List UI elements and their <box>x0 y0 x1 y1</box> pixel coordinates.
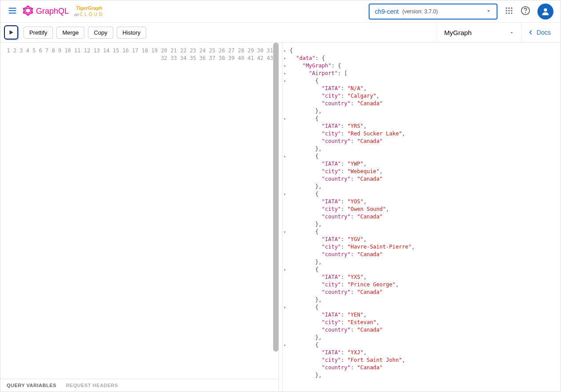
svg-point-9 <box>506 10 507 11</box>
svg-point-16 <box>525 12 526 13</box>
connection-version: (version: 3.7.0) <box>402 8 438 15</box>
merge-button[interactable]: Merge <box>56 27 84 39</box>
svg-point-13 <box>508 12 509 14</box>
history-button[interactable]: History <box>117 27 146 39</box>
toolbar: Prettify Merge Copy History MyGraph Docs <box>0 23 561 42</box>
caret-down-icon <box>509 29 514 36</box>
connection-name: ch9-cent <box>375 8 399 15</box>
svg-point-0 <box>27 5 28 7</box>
svg-point-11 <box>511 10 512 11</box>
svg-point-10 <box>508 10 509 11</box>
on-label: on <box>74 12 79 17</box>
svg-point-1 <box>32 8 33 9</box>
tab-query-variables[interactable]: QUERY VARIABLES <box>7 383 56 388</box>
svg-point-14 <box>511 12 512 14</box>
help-icon[interactable] <box>521 6 530 17</box>
svg-point-12 <box>506 12 507 14</box>
svg-point-2 <box>32 12 33 13</box>
user-avatar[interactable] <box>537 4 553 20</box>
tab-request-headers[interactable]: REQUEST HEADERS <box>66 383 118 388</box>
svg-point-17 <box>544 8 547 11</box>
cloud-label: CLOUD <box>80 12 104 17</box>
prettify-button[interactable]: Prettify <box>24 27 53 39</box>
vertical-scrollbar[interactable] <box>273 43 279 379</box>
svg-point-3 <box>27 14 28 16</box>
connection-selector[interactable]: ch9-cent (version: 3.7.0) <box>369 4 497 20</box>
docs-button[interactable]: Docs <box>521 23 557 42</box>
run-button[interactable] <box>4 25 18 40</box>
svg-point-8 <box>511 8 512 9</box>
result-json[interactable]: { "data": { "MyGraph": { "Airport": [ { … <box>287 43 561 392</box>
app-header: GraphQL TigerGraph onCLOUD ch9-cent (ver… <box>0 0 561 23</box>
result-pane: ▾▾▾▾▾▾▾▾▾▾▾▾ { "data": { "MyGraph": { "A… <box>282 43 561 392</box>
play-icon <box>8 29 14 36</box>
graph-selected-label: MyGraph <box>444 29 472 36</box>
graphql-icon <box>23 5 33 17</box>
menu-icon[interactable] <box>8 6 17 17</box>
app-title: GraphQL <box>36 7 69 16</box>
svg-point-4 <box>23 12 24 13</box>
app-logo: GraphQL TigerGraph onCLOUD <box>23 5 104 17</box>
svg-point-7 <box>508 8 509 9</box>
main-area: 1 2 3 4 5 6 7 8 9 10 11 12 13 14 15 16 1… <box>0 42 561 392</box>
apps-icon[interactable] <box>505 6 513 16</box>
tigergraph-label: TigerGraph <box>76 6 104 11</box>
svg-point-5 <box>23 8 24 9</box>
pane-divider[interactable] <box>279 43 282 392</box>
caret-down-icon <box>486 8 491 15</box>
query-editor[interactable]: 1 2 3 4 5 6 7 8 9 10 11 12 13 14 15 16 1… <box>0 43 279 379</box>
query-editor-pane: 1 2 3 4 5 6 7 8 9 10 11 12 13 14 15 16 1… <box>0 43 279 392</box>
result-fold-gutter[interactable]: ▾▾▾▾▾▾▾▾▾▾▾▾ <box>282 43 287 392</box>
graph-selector[interactable]: MyGraph <box>437 23 521 42</box>
svg-point-6 <box>506 8 507 9</box>
copy-button[interactable]: Copy <box>88 27 113 39</box>
chevron-left-icon <box>528 29 534 36</box>
editor-footer-tabs: QUERY VARIABLES REQUEST HEADERS <box>0 379 279 392</box>
line-number-gutter: 1 2 3 4 5 6 7 8 9 10 11 12 13 14 15 16 1… <box>0 43 276 379</box>
docs-label: Docs <box>537 29 551 36</box>
